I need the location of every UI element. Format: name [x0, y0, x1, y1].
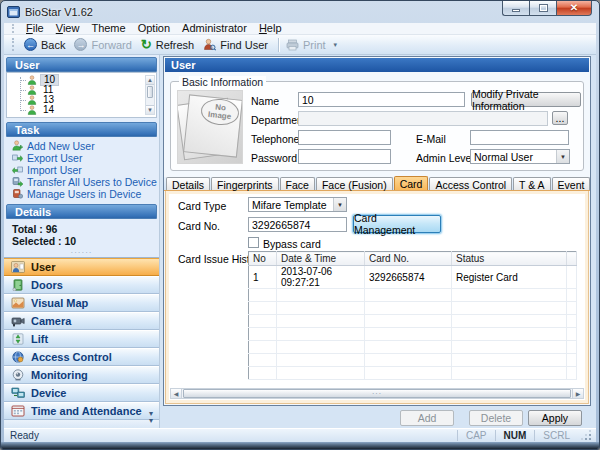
maximize-button[interactable]: [529, 1, 556, 16]
tree-scrollbar[interactable]: ▲ ▼: [145, 75, 155, 115]
tab-access-control[interactable]: Access Control: [429, 177, 512, 190]
toolbar-overflow-icon[interactable]: ▾: [334, 42, 338, 48]
delete-button[interactable]: Delete: [469, 410, 523, 426]
task-import-user[interactable]: Import User: [12, 164, 159, 175]
tab-face-fusion[interactable]: Face (Fusion): [316, 177, 393, 190]
tab-ta[interactable]: T & A: [513, 177, 551, 190]
window-title: BioStar V1.62: [25, 6, 93, 18]
scroll-left-icon[interactable]: ◀: [171, 389, 182, 398]
admin-level-select[interactable]: Normal User ▼: [470, 149, 570, 164]
forward-button[interactable]: → Forward: [71, 37, 137, 52]
main-body: User 10 11: [4, 55, 596, 428]
task-label: Add New User: [27, 140, 95, 152]
sidebar-item-monitoring[interactable]: Monitoring: [4, 366, 159, 384]
refresh-button[interactable]: ↻ Refresh: [138, 37, 200, 52]
menu-option[interactable]: Option: [132, 23, 176, 34]
tree-item-14[interactable]: 14: [15, 105, 156, 115]
scroll-down-icon[interactable]: ▼: [146, 105, 154, 114]
refresh-icon: ↻: [141, 38, 152, 51]
department-field[interactable]: [298, 111, 548, 126]
status-bar: Ready CAP NUM SCRL: [4, 428, 596, 442]
bypass-card-checkbox[interactable]: [248, 237, 259, 248]
horizontal-scrollbar[interactable]: ◀ ··· ▶: [170, 388, 584, 399]
chevron-down-icon[interactable]: ▾▾: [149, 410, 153, 424]
back-button[interactable]: ← Back: [21, 37, 71, 52]
task-label: Import User: [27, 164, 82, 176]
nav-label: Time and Attendance: [31, 405, 142, 417]
menu-administrator[interactable]: Administrator: [176, 23, 253, 34]
modify-private-information-button[interactable]: Modify Private Information: [471, 92, 581, 107]
name-field[interactable]: [298, 92, 465, 107]
num-lock-indicator: NUM: [495, 430, 535, 441]
tab-fingerprints[interactable]: Fingerprints: [211, 177, 278, 190]
scroll-up-icon[interactable]: ▲: [146, 76, 154, 85]
tree-item-13[interactable]: 13: [15, 95, 156, 105]
sidebar-item-access-control[interactable]: Access Control: [4, 348, 159, 366]
menu-file[interactable]: File: [20, 23, 50, 34]
table-row-empty: [249, 289, 577, 302]
scrollbar-thumb[interactable]: ···: [183, 389, 571, 398]
sidebar-item-camera[interactable]: Camera: [4, 312, 159, 330]
telephone-field[interactable]: [298, 130, 391, 145]
title-bar[interactable]: BioStar V1.62 ✕: [1, 1, 599, 23]
camera-icon: [11, 315, 25, 327]
column-status[interactable]: Status: [452, 252, 567, 266]
nav-footer: ▾▾: [4, 420, 159, 428]
task-transfer-all-users[interactable]: Transfer All Users to Device: [12, 176, 159, 187]
tab-details[interactable]: Details: [166, 177, 210, 190]
scroll-right-icon[interactable]: ▶: [572, 389, 583, 398]
table-row[interactable]: 1 2013-07-06 09:27:21 3292665874 Registe…: [249, 266, 577, 289]
menu-theme[interactable]: Theme: [85, 23, 131, 34]
table-row-empty: [249, 315, 577, 328]
tab-face[interactable]: Face: [280, 177, 315, 190]
table-row-empty: [249, 302, 577, 315]
person-icon: [27, 105, 37, 115]
find-user-button[interactable]: Find User: [200, 37, 274, 52]
main-area: User Basic Information No Image Name: [160, 55, 596, 428]
sidebar-splitter[interactable]: ······: [4, 249, 159, 257]
tree-item-11[interactable]: 11: [15, 85, 156, 95]
visual-map-icon: [11, 297, 25, 309]
column-date-time[interactable]: Date & Time: [277, 252, 365, 266]
card-type-select[interactable]: Mifare Template ▼: [248, 197, 347, 212]
basic-information-group: Basic Information No Image Name Modify P…: [170, 81, 584, 171]
time-attendance-icon: [11, 405, 25, 417]
column-card-no[interactable]: Card No.: [365, 252, 452, 266]
apply-button[interactable]: Apply: [528, 410, 582, 426]
menu-help[interactable]: Help: [253, 23, 288, 34]
card-management-button[interactable]: Card Management: [353, 215, 441, 233]
tree-item-10[interactable]: 10: [15, 75, 156, 85]
device-icon: [11, 387, 25, 399]
tab-card[interactable]: Card: [394, 176, 429, 190]
print-button[interactable]: Print: [283, 38, 332, 52]
sidebar-item-lift[interactable]: Lift: [4, 330, 159, 348]
sidebar-item-device[interactable]: Device: [4, 384, 159, 402]
admin-level-label: Admin Level: [416, 152, 474, 164]
task-export-user[interactable]: Export User: [12, 152, 159, 163]
sidebar-item-visual-map[interactable]: Visual Map: [4, 294, 159, 312]
task-manage-users-in-device[interactable]: Manage Users in Device: [12, 188, 159, 199]
department-browse-button[interactable]: ...: [552, 111, 568, 125]
task-add-new-user[interactable]: Add New User: [12, 140, 159, 151]
email-field[interactable]: [470, 130, 569, 145]
close-button[interactable]: ✕: [556, 1, 592, 16]
card-no-field[interactable]: [248, 217, 347, 232]
password-field[interactable]: [298, 149, 391, 164]
minimize-button[interactable]: [502, 1, 529, 16]
back-label: Back: [41, 39, 65, 51]
close-icon: ✕: [570, 3, 578, 13]
resize-grip[interactable]: [582, 431, 592, 441]
table-row-empty: [249, 328, 577, 341]
card-type-value: Mifare Template: [249, 199, 333, 211]
column-no[interactable]: No: [249, 252, 277, 266]
sidebar-item-user[interactable]: User: [4, 258, 159, 276]
tab-event[interactable]: Event: [552, 177, 591, 190]
menu-view[interactable]: View: [50, 23, 86, 34]
manage-users-icon: [12, 188, 23, 199]
scrollbar-thumb[interactable]: [147, 86, 153, 98]
add-button[interactable]: Add: [400, 410, 454, 426]
card-issue-history-table: No Date & Time Card No. Status 1 2013-07…: [248, 251, 577, 380]
sidebar-item-doors[interactable]: Doors: [4, 276, 159, 294]
sidebar-item-time-attendance[interactable]: Time and Attendance: [4, 402, 159, 420]
chevron-down-icon: ▼: [333, 198, 346, 211]
